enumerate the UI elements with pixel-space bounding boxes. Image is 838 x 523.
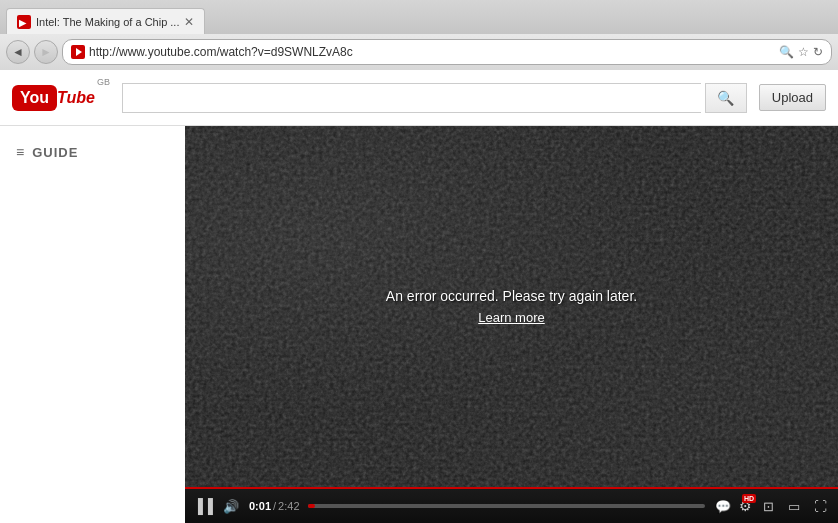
time-current: 0:01 (249, 500, 271, 512)
guide-label: GUIDE (32, 145, 78, 160)
guide-icon: ≡ (16, 144, 24, 160)
video-area: An error occurred. Please try again late… (185, 126, 838, 523)
settings-button[interactable]: ⚙ HD (739, 498, 752, 514)
refresh-icon[interactable]: ↻ (813, 45, 823, 59)
youtube-main: ≡ GUIDE An error occurred. Please try ag… (0, 126, 838, 523)
back-button[interactable]: ◄ (6, 40, 30, 64)
search-icon[interactable]: 🔍 (779, 45, 794, 59)
browser-window: ▶ Intel: The Making of a Chip ... ✕ ◄ ► … (0, 0, 838, 70)
tab-favicon: ▶ (17, 15, 31, 29)
video-error-overlay: An error occurred. Please try again late… (386, 288, 637, 326)
pause-button[interactable]: ▐▐ (193, 496, 213, 516)
search-input[interactable] (122, 83, 701, 113)
right-controls: 💬 ⚙ HD ⊡ ▭ ⛶ (713, 496, 830, 516)
forward-button[interactable]: ► (34, 40, 58, 64)
pause-icon: ▐▐ (193, 498, 213, 514)
bookmark-icon[interactable]: ☆ (798, 45, 809, 59)
theater-button[interactable]: ▭ (784, 496, 804, 516)
fullscreen-icon: ⛶ (814, 499, 827, 514)
learn-more-link[interactable]: Learn more (478, 310, 544, 325)
youtube-page: You Tube GB 🔍 Upload ≡ GUIDE (0, 70, 838, 523)
browser-tabs-bar: ▶ Intel: The Making of a Chip ... ✕ (0, 0, 838, 34)
hd-badge: HD (742, 494, 756, 503)
address-url: http://www.youtube.com/watch?v=d9SWNLZvA… (89, 45, 775, 59)
youtube-logo[interactable]: You Tube GB (12, 85, 110, 111)
fullscreen-button[interactable]: ⛶ (810, 496, 830, 516)
svg-text:▶: ▶ (19, 18, 27, 28)
captions-button[interactable]: 💬 (713, 496, 733, 516)
captions-icon: 💬 (715, 499, 731, 514)
search-button[interactable]: 🔍 (705, 83, 747, 113)
volume-icon: 🔊 (223, 499, 239, 514)
tab-label: Intel: The Making of a Chip ... (36, 16, 179, 28)
youtube-logo-pill: You (12, 85, 57, 111)
video-player[interactable]: An error occurred. Please try again late… (185, 126, 838, 487)
video-controls-bar: ▐▐ 🔊 0:01 / 2:42 (185, 487, 838, 523)
miniplayer-button[interactable]: ⊡ (758, 496, 778, 516)
address-bar[interactable]: http://www.youtube.com/watch?v=d9SWNLZvA… (62, 39, 832, 65)
browser-tab-active[interactable]: ▶ Intel: The Making of a Chip ... ✕ (6, 8, 205, 34)
volume-button[interactable]: 🔊 (221, 496, 241, 516)
logo-tube-text: Tube (57, 89, 95, 107)
time-total: 2:42 (278, 500, 299, 512)
tab-close-button[interactable]: ✕ (184, 15, 194, 29)
address-icons: 🔍 ☆ ↻ (779, 45, 823, 59)
error-message: An error occurred. Please try again late… (386, 288, 637, 304)
upload-button[interactable]: Upload (759, 84, 826, 111)
logo-you-text: You (20, 89, 49, 107)
youtube-header: You Tube GB 🔍 Upload (0, 70, 838, 126)
youtube-sidebar: ≡ GUIDE (0, 126, 185, 523)
progress-bar[interactable] (308, 504, 705, 508)
progress-bar-fill (308, 504, 316, 508)
address-favicon (71, 45, 85, 59)
time-separator: / (273, 500, 276, 512)
sidebar-item-guide[interactable]: ≡ GUIDE (0, 136, 185, 168)
miniplayer-icon: ⊡ (763, 499, 774, 514)
theater-icon: ▭ (788, 499, 800, 514)
search-icon: 🔍 (717, 90, 734, 106)
search-bar: 🔍 (122, 83, 747, 113)
browser-addressbar: ◄ ► http://www.youtube.com/watch?v=d9SWN… (0, 34, 838, 70)
time-display: 0:01 / 2:42 (249, 500, 300, 512)
logo-region: GB (97, 77, 110, 87)
